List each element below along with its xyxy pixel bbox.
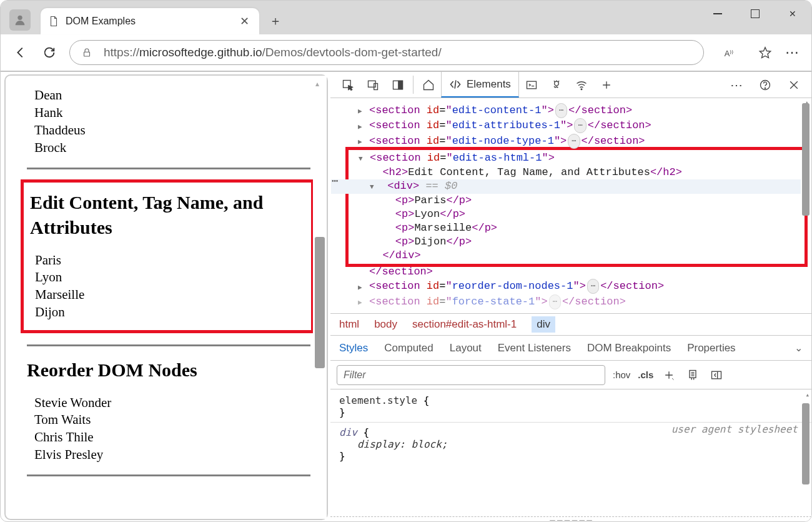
ua-stylesheet-label: user agent stylesheet	[671, 423, 798, 435]
breadcrumb-item[interactable]: section#edit-as-html-1	[412, 318, 517, 331]
dom-node[interactable]: <h2>Edit Content, Tag Name, and Attribut…	[359, 166, 805, 179]
cls-toggle[interactable]: .cls	[638, 369, 653, 380]
tab-styles[interactable]: Styles	[339, 342, 368, 354]
computed-styles-button[interactable]	[685, 369, 701, 381]
new-tab-button[interactable]: ＋	[263, 8, 288, 33]
dom-node[interactable]: <p>Marseille</p>	[359, 221, 805, 235]
help-button[interactable]	[753, 79, 778, 91]
list-item: Stevie Wonder	[27, 394, 310, 411]
welcome-tab[interactable]	[416, 72, 441, 98]
profile-button[interactable]	[9, 9, 31, 31]
tab-dom-breakpoints[interactable]: DOM Breakpoints	[587, 342, 671, 354]
dock-button[interactable]	[385, 72, 410, 98]
dom-breadcrumb[interactable]: html body section#edit-as-html-1 div	[330, 313, 811, 336]
tab-layout[interactable]: Layout	[450, 342, 482, 354]
dom-node[interactable]: <section id="edit-attributes-1">⋯</secti…	[358, 118, 811, 133]
chevron-down-icon[interactable]: ⌄	[795, 342, 803, 354]
list-item: Marseille	[27, 286, 307, 303]
list-item: Thaddeus	[27, 122, 310, 139]
breadcrumb-item[interactable]: html	[339, 318, 359, 331]
read-aloud-button[interactable]: A⁾⁾	[721, 44, 739, 61]
close-window-button[interactable]: ✕	[774, 1, 811, 27]
divider	[27, 168, 310, 169]
dom-node[interactable]: <section id="reorder-dom-nodes-1">⋯</sec…	[358, 279, 811, 294]
divider	[27, 344, 310, 346]
list-item: Tom Waits	[27, 411, 310, 428]
inspect-element-button[interactable]	[335, 72, 360, 98]
dom-node-selected[interactable]: <div> == $0	[331, 179, 801, 194]
url-path: /Demos/devtools-dom-get-started/	[262, 46, 441, 59]
devtools-toolbar: Elements ⋯	[330, 72, 811, 98]
dom-tree[interactable]: ⋯ <section id="edit-content-1">⋯</sectio…	[330, 98, 811, 313]
browser-menu-button[interactable]: ⋯	[785, 44, 800, 61]
styles-scrollbar[interactable]: ▴	[800, 389, 811, 516]
back-button[interactable]	[12, 44, 29, 61]
url-input[interactable]: https://microsoftedge.github.io/Demos/de…	[69, 40, 704, 65]
divider	[27, 474, 310, 476]
browser-titlebar: DOM Examples ✕ ＋ ✕	[1, 1, 811, 34]
elements-tab[interactable]: Elements	[441, 72, 519, 98]
svg-point-10	[581, 88, 582, 89]
url-host: microsoftedge.github.io	[139, 46, 262, 59]
close-devtools-button[interactable]	[781, 79, 806, 91]
dom-node[interactable]: <section id="force-state-1">⋯</section>	[358, 294, 811, 309]
styles-pane[interactable]: element.style {} div { display: block;} …	[330, 389, 811, 516]
highlighted-dom-section: <section id="edit-as-html-1"> <h2>Edit C…	[345, 147, 808, 267]
list-item: Lyon	[27, 269, 307, 286]
refresh-button[interactable]	[41, 44, 58, 61]
close-tab-icon[interactable]: ✕	[237, 12, 252, 31]
console-tab-icon[interactable]	[519, 72, 544, 98]
list-item: Elvis Presley	[27, 446, 310, 463]
drawer-handle[interactable]: ─ ─ ─ ─ ─ ─	[330, 516, 811, 522]
device-toggle-button[interactable]	[360, 72, 385, 98]
dom-node[interactable]: <section id="edit-content-1">⋯</section>	[358, 103, 811, 118]
page-scrollbar[interactable]: ▴	[313, 76, 327, 519]
svg-point-0	[17, 16, 22, 20]
devtools-panel: Elements ⋯	[330, 72, 811, 522]
toggle-sidebar-button[interactable]	[708, 369, 725, 381]
svg-rect-8	[527, 81, 536, 89]
browser-tab[interactable]: DOM Examples ✕	[41, 8, 259, 34]
network-tab-icon[interactable]	[569, 72, 594, 98]
list-item: Paris	[27, 252, 307, 269]
tab-computed[interactable]: Computed	[384, 342, 433, 354]
breadcrumb-item-selected[interactable]: div	[532, 316, 555, 333]
tab-event-listeners[interactable]: Event Listeners	[498, 342, 571, 354]
maximize-button[interactable]	[736, 1, 774, 27]
svg-text:A⁾⁾: A⁾⁾	[725, 49, 734, 58]
svg-rect-1	[84, 52, 90, 56]
dom-node[interactable]: </div>	[359, 249, 805, 263]
hov-toggle[interactable]: :hov	[613, 369, 630, 380]
lock-icon	[81, 47, 92, 58]
styles-toolbar: Filter :hov .cls	[330, 361, 811, 389]
dom-scrollbar[interactable]: ▴	[800, 98, 811, 313]
styles-tabs: Styles Computed Layout Event Listeners D…	[330, 336, 811, 361]
sources-tab-icon[interactable]	[544, 72, 569, 98]
row-menu-icon[interactable]: ⋯	[332, 174, 339, 188]
dom-node[interactable]: <p>Dijon</p>	[359, 235, 805, 249]
list-item: Chris Thile	[27, 429, 310, 446]
list-item: Dean	[27, 87, 310, 104]
address-bar: https://microsoftedge.github.io/Demos/de…	[1, 34, 811, 72]
svg-point-9	[555, 81, 559, 86]
tab-title: DOM Examples	[66, 16, 237, 27]
favorite-button[interactable]	[756, 44, 774, 61]
new-style-rule-button[interactable]	[661, 369, 677, 381]
section-heading: Reorder DOM Nodes	[27, 358, 310, 383]
list-item: Brock	[27, 139, 310, 156]
section-heading: Edit Content, Tag Name, and Attributes	[30, 190, 307, 241]
dom-node[interactable]: <p>Lyon</p>	[359, 208, 805, 221]
more-tabs-button[interactable]	[594, 72, 619, 98]
breadcrumb-item[interactable]: body	[374, 318, 397, 331]
minimize-button[interactable]	[699, 1, 736, 27]
tab-properties[interactable]: Properties	[687, 342, 735, 354]
url-scheme: https://	[104, 46, 139, 59]
dom-node[interactable]: </section>	[358, 265, 811, 279]
dom-node[interactable]: <p>Paris</p>	[359, 194, 805, 208]
styles-filter-input[interactable]: Filter	[337, 365, 605, 385]
list-item: Dijon	[27, 304, 307, 321]
svg-rect-7	[399, 81, 403, 89]
dom-node[interactable]: <section id="edit-as-html-1">	[359, 151, 805, 166]
devtools-menu-button[interactable]: ⋯	[724, 78, 749, 93]
svg-rect-4	[369, 81, 376, 87]
